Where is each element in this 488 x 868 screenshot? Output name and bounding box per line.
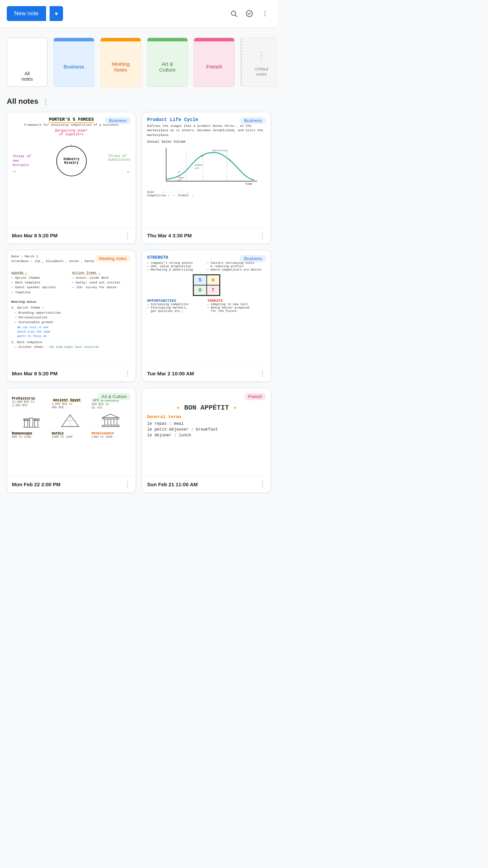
stonehenge-svg bbox=[23, 413, 40, 428]
meeting-content: Meeting notes Date : March 1 Attendees :… bbox=[7, 250, 136, 366]
french-item-3: le déjuner : lunch bbox=[147, 433, 266, 438]
porters-diagram: Bargaining powerof suppliers ↓ Threat of… bbox=[12, 129, 131, 195]
swot-bottom: OPPORTUNITIES — Increasing competitor — … bbox=[147, 299, 266, 313]
svg-text:Time: Time bbox=[245, 182, 252, 186]
porters-center: IndustryRivalry bbox=[56, 146, 87, 176]
notes-grid: Business PORTER'S 5 FORCES Framework for… bbox=[7, 112, 271, 493]
porters-more-icon[interactable]: ⋮ bbox=[124, 231, 131, 239]
art-more-icon[interactable]: ⋮ bbox=[124, 480, 131, 488]
notebook-art-culture[interactable]: Art &Culture bbox=[147, 38, 188, 87]
art-row2: Romanesque 800 to 1200 Gothic 1100 to 14… bbox=[12, 432, 131, 439]
swot-more-icon[interactable]: ⋮ bbox=[259, 369, 266, 377]
note-card-porters[interactable]: Business PORTER'S 5 FORCES Framework for… bbox=[7, 112, 136, 244]
arrow-right-left: → bbox=[13, 169, 15, 174]
art-gothic: Gothic bbox=[52, 432, 91, 435]
notebook-art-label: Art &Culture bbox=[157, 58, 178, 73]
new-note-dropdown-button[interactable]: ▼ bbox=[49, 6, 63, 21]
notebook-unfiled-label: Unfilednotes bbox=[252, 64, 270, 77]
svg-point-3 bbox=[265, 11, 266, 12]
greek-temple-figure bbox=[101, 413, 120, 428]
svg-marker-31 bbox=[102, 414, 119, 418]
svg-rect-32 bbox=[102, 418, 119, 419]
notebook-spine-art bbox=[147, 38, 187, 41]
svg-text:Shake: Shake bbox=[195, 164, 203, 166]
french-item-2: le petit-déjeuner : breakfast bbox=[147, 427, 266, 432]
plc-date: Thu Mar 4 3:30 PM bbox=[147, 233, 192, 238]
section-title-row: All notes ⋮ bbox=[7, 97, 271, 106]
svg-text:↘: ↘ bbox=[229, 158, 231, 162]
svg-text:Saturation: Saturation bbox=[212, 149, 227, 152]
notebook-spine-meeting bbox=[101, 38, 141, 41]
swot-note: STRENGTH — company's strong points — USP… bbox=[147, 255, 266, 313]
plc-more-icon[interactable]: ⋮ bbox=[259, 231, 266, 239]
swot-thr-label: THREATS bbox=[207, 299, 266, 303]
meeting-note1-content: — Branding opportunities — Personalizati… bbox=[15, 311, 131, 339]
porters-title: PORTER'S 5 FORCES bbox=[49, 117, 94, 123]
note-card-meeting[interactable]: Meeting notes Date : March 1 Attendees :… bbox=[7, 250, 136, 382]
svg-text:Take: Take bbox=[178, 176, 184, 179]
plc-note: Product Life Cycle Defines the stages th… bbox=[147, 117, 266, 197]
note-card-art[interactable]: Art & Culture Prehistoric 11,600 BCE to3… bbox=[7, 388, 136, 493]
svg-text:off: off bbox=[177, 179, 182, 182]
plc-tag: Business bbox=[240, 117, 266, 124]
all-notes-mini-preview bbox=[24, 43, 30, 68]
french-more-icon[interactable]: ⋮ bbox=[259, 480, 266, 488]
plc-comp-row: Competition — ↑ Stable ↓ bbox=[147, 194, 266, 197]
art-tag: Art & Culture bbox=[98, 393, 131, 400]
swot-date: Tue Mar 2 10:00 AM bbox=[147, 371, 194, 376]
swot-w-cell: W bbox=[207, 275, 220, 285]
notebook-spine-french bbox=[194, 38, 234, 41]
notebook-meeting-notes[interactable]: MeetingNotes bbox=[100, 38, 141, 87]
svg-rect-22 bbox=[29, 418, 33, 427]
art-note: Prehistoric 11,600 BCE to3,500 BCE Ancie… bbox=[12, 396, 131, 439]
porters-tag: Business bbox=[105, 117, 131, 124]
svg-text:↗: ↗ bbox=[201, 155, 204, 158]
section-title: All notes bbox=[7, 97, 38, 106]
svg-point-4 bbox=[265, 13, 266, 14]
art-date: Mon Feb 22 2:00 PM bbox=[12, 481, 60, 487]
notebook-all-notes[interactable]: Allnotes bbox=[7, 38, 47, 87]
section-menu-icon[interactable]: ⋮ bbox=[42, 97, 49, 105]
sparkle-right: ✦ bbox=[233, 404, 237, 412]
note-card-french[interactable]: French ✦ BON APPÉTIT ✦ General terms le … bbox=[142, 388, 271, 493]
french-content: French ✦ BON APPÉTIT ✦ General terms le … bbox=[142, 388, 271, 476]
meeting-tag: Meeting notes bbox=[95, 255, 131, 262]
swot-t-cell: T bbox=[207, 285, 220, 295]
new-note-button[interactable]: New note bbox=[7, 6, 46, 21]
plc-chart-svg: Take off Shake out Saturation ↗ ↗ ↘ bbox=[147, 144, 266, 189]
french-section: General terms bbox=[147, 414, 266, 419]
art-col1-dates: 11,600 BCE to3,500 BCE bbox=[12, 400, 51, 407]
search-icon[interactable] bbox=[228, 7, 240, 20]
french-item-1: le repas : meal bbox=[147, 421, 266, 426]
meeting-note2-head: 2. Deck template bbox=[11, 340, 131, 345]
french-footer: Sun Feb 21 11:00 AM ⋮ bbox=[142, 476, 271, 492]
tasks-icon[interactable] bbox=[243, 7, 256, 20]
notebook-spine-business bbox=[54, 38, 94, 41]
more-options-icon[interactable] bbox=[259, 7, 271, 20]
art-illustrations bbox=[12, 413, 131, 428]
porters-left-label: Threat ofnewEntrants bbox=[13, 154, 35, 167]
art-renaissance-dates: 1400 to 1600 bbox=[92, 435, 131, 439]
svg-text:↗: ↗ bbox=[177, 170, 180, 174]
art-col3-dates: 850 BCE toCE 476 bbox=[92, 403, 131, 410]
swot-o-cell: O bbox=[194, 285, 206, 295]
meeting-action-head: Action Items : bbox=[72, 271, 132, 276]
meeting-agenda-head: Agenda : bbox=[11, 271, 71, 276]
stonehenge-figure bbox=[23, 413, 40, 428]
notebook-business[interactable]: Business bbox=[54, 38, 94, 87]
header: New note ▼ bbox=[0, 0, 278, 27]
sparkle-left: ✦ bbox=[176, 404, 180, 412]
pyramid-figure bbox=[61, 413, 80, 428]
notebook-french[interactable]: French bbox=[194, 38, 235, 87]
meeting-footer: Mon Mar 8 5:20 PM ⋮ bbox=[7, 366, 136, 381]
notebook-unfiled[interactable]: Unfilednotes bbox=[241, 38, 278, 87]
svg-rect-33 bbox=[102, 425, 119, 427]
plc-desc: Defines the stages that a product moves … bbox=[147, 124, 266, 137]
note-card-plc[interactable]: Business Product Life Cycle Defines the … bbox=[142, 112, 271, 244]
meeting-more-icon[interactable]: ⋮ bbox=[124, 369, 131, 377]
art-col2-head: Ancient Egypt bbox=[52, 398, 82, 402]
swot-items-right: — Factors increasing costs & reducing pr… bbox=[207, 261, 266, 272]
porters-footer: Mon Mar 8 5:20 PM ⋮ bbox=[7, 228, 136, 243]
art-content: Art & Culture Prehistoric 11,600 BCE to3… bbox=[7, 388, 136, 476]
note-card-swot[interactable]: Business STRENGTH — company's strong poi… bbox=[142, 250, 271, 382]
